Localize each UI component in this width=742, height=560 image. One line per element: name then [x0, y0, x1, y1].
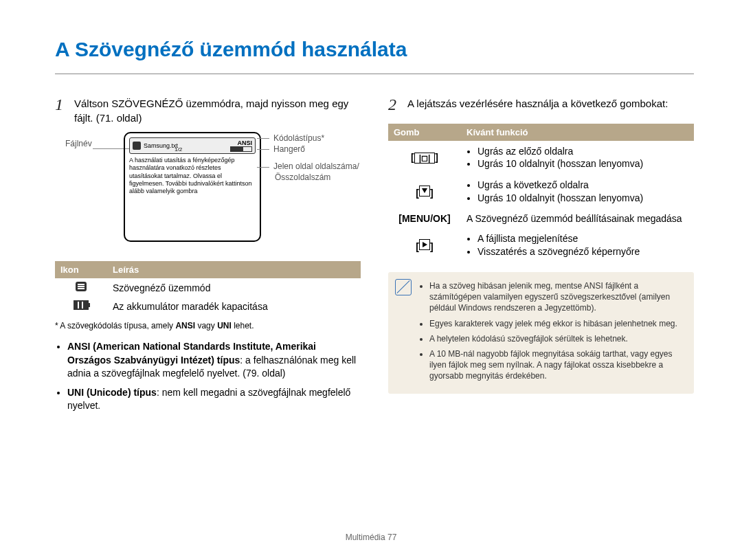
note-item-4: A 10 MB-nál nagyobb fájlok megnyitása so… — [429, 348, 684, 382]
table-header: Ikon Leírás — [55, 261, 361, 278]
fn-filelist: A fájllista megjelenítése — [477, 232, 688, 245]
shot-statusbar: Samsung.txt 1/2 ANSI — [129, 137, 256, 154]
footnote-ansi: ANSI — [175, 321, 195, 331]
list-item: ANSI (American National Standards Instit… — [67, 340, 361, 381]
fn-settings: A Szövegnéző üzemmód beállításainak mega… — [461, 209, 694, 228]
note-icon — [395, 279, 412, 295]
note-item-2: Egyes karakterek vagy jelek még ekkor is… — [429, 318, 684, 329]
note-item-3: A helytelen kódolású szövegfájlok sérült… — [429, 333, 684, 344]
battery-icon — [74, 300, 89, 310]
device-screenshot: Samsung.txt 1/2 ANSI A használati utasít… — [124, 132, 261, 242]
note-box: Ha a szöveg hibásan jelenik meg, mentse … — [388, 272, 694, 394]
table-row: [MENU/OK] A Szövegnéző üzemmód beállítás… — [388, 209, 694, 228]
table-row: Az akkumulátor maradék kapacitása — [55, 297, 361, 315]
table-row: [] A fájllista megjelenítése Visszatérés… — [388, 228, 694, 262]
left-column: 1 Váltson SZÖVEGNÉZŐ üzemmódra, majd nyi… — [55, 93, 361, 418]
step-number-1: 1 — [55, 93, 74, 125]
callouts-right: Kódolástípus* Hangerő Jelen oldal oldals… — [275, 133, 361, 183]
volume-icon — [230, 146, 252, 152]
shot-pages: 1/2 — [175, 146, 182, 153]
fn-prev-page: Ugrás az előző oldalra — [477, 145, 688, 158]
table-row: [] Ugrás a következő oldalra Ugrás 10 ol… — [388, 175, 694, 209]
down-icon — [419, 186, 430, 197]
table-row: [|◻|] Ugrás az előző oldalra Ugrás 10 ol… — [388, 141, 694, 175]
step-number-2: 2 — [388, 93, 407, 117]
bullet-uni-strong: UNI (Unicode) típus — [67, 387, 157, 398]
encoding-bullets: ANSI (American National Standards Instit… — [55, 340, 361, 413]
th-icon: Ikon — [55, 261, 107, 278]
btn-prev: [|◻|] — [388, 141, 461, 175]
callout-volume: Hangerő — [275, 144, 361, 155]
shot-ansi: ANSI — [237, 139, 252, 146]
step-text-1: Váltson SZÖVEGNÉZŐ üzemmódra, majd nyiss… — [74, 93, 361, 125]
icon-table: Ikon Leírás Szövegnéző üzemmód Az akkumu… — [55, 261, 361, 315]
page-title: A Szövegnéző üzemmód használata — [55, 38, 694, 61]
footnote-mid: vagy — [195, 321, 217, 331]
callout-pagecount: Jelen oldal oldalszáma/Összoldalszám — [275, 161, 361, 183]
th-button: Gomb — [388, 124, 461, 141]
th-function: Kívánt funkció — [461, 124, 694, 141]
footnote: * A szövegkódolás típusa, amely ANSI vag… — [55, 321, 361, 331]
doc-icon — [133, 142, 141, 150]
screenshot-diagram: Fájlnév Samsung.txt 1/2 ANSI A használat… — [55, 132, 361, 249]
row-desc-1: Szövegnéző üzemmód — [107, 278, 361, 297]
callout-encoding: Kódolástípus* — [275, 133, 361, 144]
callout-filename-label: Fájlnév — [65, 139, 92, 148]
note-item-1: Ha a szöveg hibásan jelenik meg, mentse … — [429, 280, 684, 314]
table-header: Gomb Kívánt funkció — [388, 124, 694, 141]
row-desc-2: Az akkumulátor maradék kapacitása — [107, 297, 361, 315]
fn-next-10: Ugrás 10 oldalnyit (hosszan lenyomva) — [477, 192, 688, 205]
table-row: Szövegnéző üzemmód — [55, 278, 361, 297]
page-footer: Multimédia 77 — [0, 533, 742, 542]
btn-menuok: [MENU/OK] — [388, 209, 461, 228]
rule — [55, 74, 694, 74]
controls-table: Gomb Kívánt funkció [|◻|] Ugrás az előző… — [388, 124, 694, 262]
fn-return: Visszatérés a szövegnéző képernyőre — [477, 245, 688, 258]
callout-filename-text: Fájlnév — [65, 139, 92, 148]
play-icon — [419, 239, 430, 250]
footnote-uni: UNI — [217, 321, 232, 331]
btn-next: [] — [388, 175, 461, 209]
th-desc: Leírás — [107, 261, 361, 278]
fn-prev-10: Ugrás 10 oldalnyit (hosszan lenyomva) — [477, 157, 688, 170]
shot-filename: Samsung.txt — [144, 142, 178, 149]
footnote-suffix: lehet. — [232, 321, 254, 331]
right-column: 2 A lejátszás vezérlésére használja a kö… — [388, 93, 694, 418]
footnote-prefix: * A szövegkódolás típusa, amely — [55, 321, 175, 331]
fn-next-page: Ugrás a következő oldalra — [477, 179, 688, 192]
list-item: UNI (Unicode) típus: nem kell megadni a … — [67, 386, 361, 413]
btn-play: [] — [388, 228, 461, 262]
step-text-2: A lejátszás vezérlésére használja a köve… — [407, 93, 668, 117]
shot-body-text: A használati utasítás a fényképezőgép ha… — [129, 154, 256, 195]
textviewer-icon — [76, 282, 87, 291]
